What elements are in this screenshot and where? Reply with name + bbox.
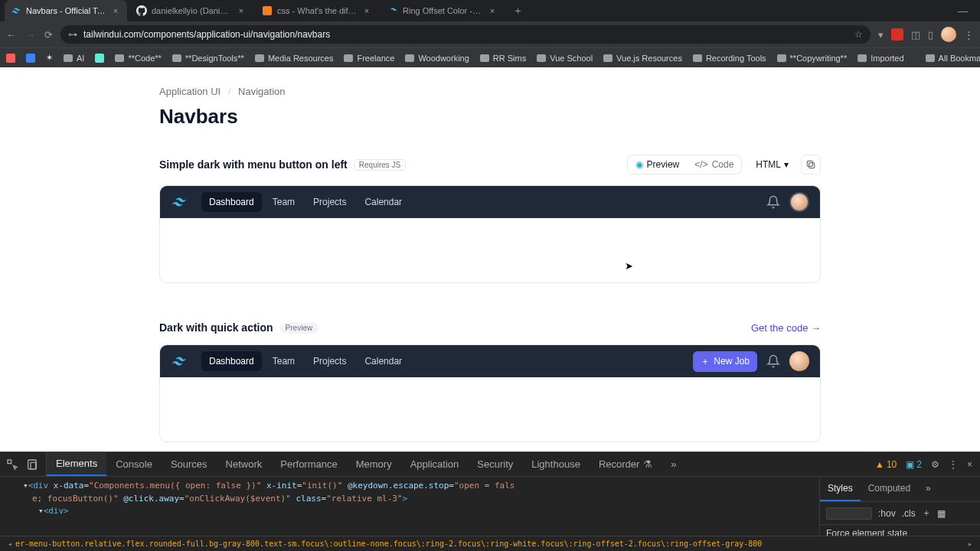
back-icon[interactable]: ← — [6, 29, 16, 41]
tab-close-icon[interactable]: × — [110, 6, 121, 15]
address-bar[interactable]: ⊶ tailwindui.com/components/application-… — [60, 25, 871, 44]
bookmark-item[interactable]: Media Resources — [255, 54, 334, 63]
warnings-badge[interactable]: ▲ 10 — [875, 459, 897, 470]
bookmark-item[interactable]: Vue School — [537, 54, 593, 63]
tab-close-icon[interactable]: × — [361, 6, 372, 15]
bookmark-item[interactable] — [6, 54, 15, 63]
user-avatar[interactable] — [789, 351, 809, 371]
preview-toggle-button[interactable]: ◉ Preview — [628, 155, 688, 174]
styles-filter-input[interactable] — [826, 507, 872, 520]
all-bookmarks-button[interactable]: All Bookmarks — [926, 54, 980, 63]
devtools-tab-application[interactable]: Application — [401, 452, 469, 476]
code-icon: </> — [694, 159, 707, 170]
bell-icon[interactable] — [766, 354, 780, 368]
bookmark-item[interactable]: AI — [64, 54, 84, 63]
nav-link-projects[interactable]: Projects — [305, 351, 354, 371]
browser-tab[interactable]: css - What's the difference b × — [256, 0, 378, 21]
computed-tab[interactable]: Computed — [861, 477, 918, 501]
tab-title: Ring Offset Color - Tailwind C — [403, 6, 482, 15]
bookmark-item[interactable]: Woodworking — [405, 54, 469, 63]
devtools-more-tabs[interactable]: » — [662, 452, 685, 476]
settings-icon[interactable]: ⚙ — [931, 459, 939, 470]
window-minimize-icon[interactable]: — — [958, 5, 968, 17]
devtools-tab-sources[interactable]: Sources — [162, 452, 217, 476]
bookmark-item[interactable]: **Code** — [115, 54, 161, 63]
bookmark-star-icon[interactable]: ☆ — [854, 29, 863, 40]
devtools-panel: Elements Console Sources Network Perform… — [0, 452, 980, 551]
tailwind-logo-icon — [171, 353, 188, 370]
nav-link-dashboard[interactable]: Dashboard — [201, 351, 262, 371]
devtools-tab-recorder[interactable]: Recorder ⚗ — [590, 452, 662, 476]
nav-link-calendar[interactable]: Calendar — [357, 351, 410, 371]
code-toggle-button[interactable]: </> Code — [687, 155, 741, 174]
browser-toolbar: ← → ⟳ ⊶ tailwindui.com/components/applic… — [0, 21, 980, 47]
styles-tab[interactable]: Styles — [820, 477, 861, 501]
tab-close-icon[interactable]: × — [236, 6, 247, 15]
hov-toggle[interactable]: :hov — [878, 508, 896, 519]
favicon-icon — [387, 5, 398, 16]
extension-icon[interactable]: ◫ — [911, 29, 920, 41]
bookmark-item[interactable] — [26, 54, 35, 63]
close-devtools-icon[interactable]: × — [967, 459, 972, 470]
bookmark-item[interactable]: Freelance — [344, 54, 394, 63]
get-code-link[interactable]: Get the code → — [751, 322, 821, 334]
nav-link-team[interactable]: Team — [265, 351, 302, 371]
extension-icon[interactable] — [891, 28, 903, 41]
extension-icon[interactable]: ▯ — [928, 29, 933, 41]
page-content: Application UI / Navigation Navbars Simp… — [0, 67, 980, 452]
kebab-menu-icon[interactable]: ⋮ — [949, 459, 958, 470]
nav-link-team[interactable]: Team — [265, 192, 302, 212]
navbar: Dashboard Team Projects Calendar ＋ New J… — [160, 345, 820, 377]
dom-breadcrumbs[interactable]: ◂ er-menu-button.relative.flex.rounded-f… — [0, 536, 980, 551]
tab-title: css - What's the difference b — [277, 6, 357, 15]
browser-tab[interactable]: danielkellyio (Daniel Kelly) × — [130, 0, 253, 21]
bookmark-item[interactable]: **DesignTools** — [172, 54, 244, 63]
section-title: Dark with quick action — [159, 321, 273, 334]
navbar: Dashboard Team Projects Calendar — [160, 186, 820, 218]
dom-tree[interactable]: ▾<div x-data="Components.menu({ open: fa… — [0, 477, 819, 536]
devtools-tab-elements[interactable]: Elements — [47, 452, 106, 476]
bell-icon[interactable] — [766, 195, 780, 209]
reload-icon[interactable]: ⟳ — [44, 29, 53, 41]
plus-icon: ＋ — [701, 355, 710, 368]
bookmark-item[interactable]: RR Sims — [480, 54, 526, 63]
breadcrumb-parent[interactable]: Application UI — [159, 86, 220, 97]
extension-icon[interactable]: ▾ — [878, 29, 884, 41]
bookmark-item[interactable]: **Copywriting** — [777, 54, 848, 63]
user-avatar[interactable] — [789, 192, 809, 212]
devtools-tab-memory[interactable]: Memory — [347, 452, 401, 476]
browser-tab-active[interactable]: Navbars - Official Tailwind C × — [5, 0, 127, 21]
bookmark-item[interactable]: ✶ — [46, 53, 53, 63]
nav-link-dashboard[interactable]: Dashboard — [201, 192, 262, 212]
devtools-tab-performance[interactable]: Performance — [271, 452, 346, 476]
new-job-button[interactable]: ＋ New Job — [693, 351, 757, 372]
inspect-element-icon[interactable] — [6, 458, 18, 471]
bookmark-item[interactable]: Recording Tools — [693, 54, 766, 63]
cls-toggle[interactable]: .cls — [902, 508, 916, 519]
nav-link-calendar[interactable]: Calendar — [357, 192, 410, 212]
bookmark-item[interactable]: Imported — [858, 54, 903, 63]
layout-icon[interactable]: ▦ — [937, 508, 946, 519]
language-select[interactable]: HTML ▾ — [750, 155, 795, 174]
menu-icon[interactable]: ⋮ — [964, 29, 974, 41]
page-title: Navbars — [159, 105, 821, 129]
nav-link-projects[interactable]: Projects — [305, 192, 354, 212]
site-info-icon[interactable]: ⊶ — [68, 29, 77, 40]
browser-tab[interactable]: Ring Offset Color - Tailwind C × — [381, 0, 504, 21]
tab-close-icon[interactable]: × — [487, 6, 498, 15]
bookmark-item[interactable] — [95, 54, 104, 63]
copy-button[interactable] — [801, 155, 821, 174]
devtools-tab-console[interactable]: Console — [106, 452, 162, 476]
add-rule-icon[interactable]: ＋ — [922, 507, 931, 520]
devtools-tab-lighthouse[interactable]: Lighthouse — [522, 452, 590, 476]
profile-avatar[interactable] — [941, 27, 956, 42]
favicon-icon — [262, 5, 273, 16]
forward-icon[interactable]: → — [25, 29, 35, 41]
more-styles-tabs[interactable]: » — [918, 477, 939, 501]
info-badge[interactable]: ▣ 2 — [906, 459, 922, 470]
devtools-tab-network[interactable]: Network — [217, 452, 272, 476]
bookmark-item[interactable]: Vue.js Resources — [603, 54, 682, 63]
devtools-tab-security[interactable]: Security — [468, 452, 522, 476]
new-tab-button[interactable]: ＋ — [507, 0, 528, 21]
device-toggle-icon[interactable] — [26, 458, 38, 471]
